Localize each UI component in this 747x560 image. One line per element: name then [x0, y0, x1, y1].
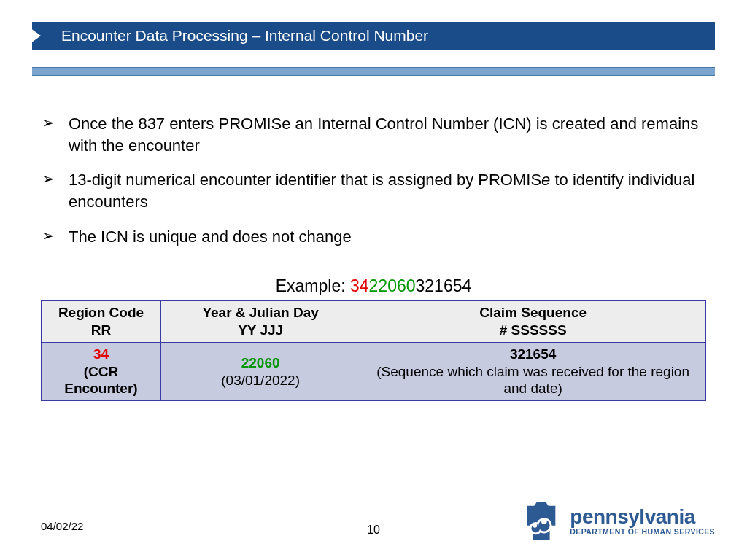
table-row: 34 (CCR Encounter) 22060 (03/01/2022) 32…	[42, 342, 706, 400]
example-part-sequence: 321654	[416, 276, 472, 295]
cell-value: 321654	[510, 346, 556, 362]
icn-table-wrap: Region Code RR Year & Julian Day YY JJJ …	[41, 300, 706, 401]
col-header-region: Region Code RR	[42, 301, 161, 343]
col-header-julian: Year & Julian Day YY JJJ	[160, 301, 360, 343]
pa-dhs-logo: pennsylvania DEPARTMENT OF HUMAN SERVICE…	[520, 500, 715, 542]
bullet-item: Once the 837 enters PROMISe an Internal …	[41, 113, 706, 156]
slide-title: Encounter Data Processing – Internal Con…	[61, 27, 428, 44]
cell-note: (CCR Encounter)	[64, 364, 137, 397]
example-label: Example:	[276, 276, 350, 295]
cell-julian: 22060 (03/01/2022)	[160, 342, 360, 400]
bullet-text: 13-digit numerical encounter identifier …	[69, 171, 541, 189]
header-subtext: YY JJJ	[167, 322, 354, 339]
cell-region: 34 (CCR Encounter)	[42, 342, 161, 400]
svg-point-5	[541, 518, 547, 524]
logo-text: pennsylvania DEPARTMENT OF HUMAN SERVICE…	[570, 507, 715, 536]
bullet-text-italic: e	[541, 171, 550, 189]
header-subtext: # SSSSSS	[366, 322, 700, 339]
keystone-icon	[520, 500, 562, 542]
icn-table: Region Code RR Year & Julian Day YY JJJ …	[41, 300, 706, 401]
sub-divider-bar	[32, 67, 715, 76]
bullet-text: Once the 837 enters PROMISe an Internal …	[69, 114, 698, 155]
table-header-row: Region Code RR Year & Julian Day YY JJJ …	[42, 301, 706, 343]
header-text: Region Code	[58, 305, 144, 320]
logo-text-bottom: DEPARTMENT OF HUMAN SERVICES	[570, 527, 715, 536]
col-header-sequence: Claim Sequence # SSSSSS	[360, 301, 706, 343]
slide-title-bar: Encounter Data Processing – Internal Con…	[32, 22, 715, 50]
cell-note: (03/01/2022)	[221, 373, 300, 388]
cell-value: 22060	[241, 355, 280, 370]
header-text: Claim Sequence	[479, 305, 587, 320]
svg-point-4	[533, 524, 538, 528]
bullet-item: The ICN is unique and does not change	[41, 226, 706, 248]
example-line: Example: 3422060321654	[41, 276, 706, 296]
header-text: Year & Julian Day	[202, 305, 318, 320]
example-part-julian: 22060	[369, 276, 416, 295]
bullet-list: Once the 837 enters PROMISe an Internal …	[41, 113, 706, 247]
cell-value: 34	[93, 346, 109, 362]
slide-content: Once the 837 enters PROMISe an Internal …	[41, 113, 706, 401]
logo-text-top: pennsylvania	[570, 507, 715, 527]
header-arrow-icon	[28, 26, 41, 45]
cell-note: (Sequence which claim was received for t…	[376, 364, 689, 397]
example-part-region: 34	[350, 276, 369, 295]
bullet-text: The ICN is unique and does not change	[69, 228, 352, 246]
header-subtext: RR	[47, 322, 155, 339]
bullet-item: 13-digit numerical encounter identifier …	[41, 169, 706, 212]
cell-sequence: 321654 (Sequence which claim was receive…	[360, 342, 706, 400]
